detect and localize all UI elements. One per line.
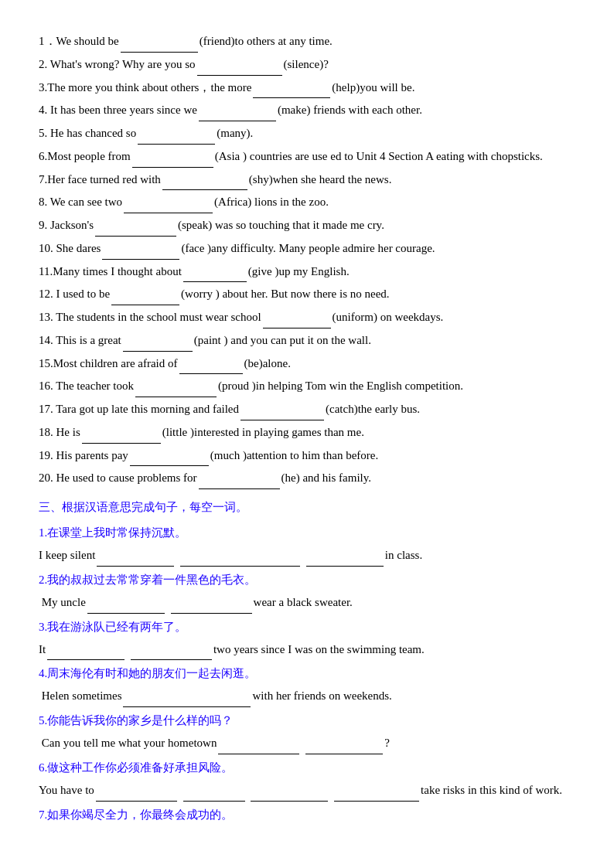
blank-10[interactable]	[102, 259, 179, 260]
num-5: 5. He has chanced so	[39, 127, 136, 139]
text-19: (much )attention to him than before.	[210, 449, 378, 461]
text-8: (Africa) lions in the zoo.	[214, 196, 329, 208]
text-16: (proud )in helping Tom win the English c…	[218, 380, 463, 392]
num-9: 9. Jackson's	[39, 219, 94, 231]
num-14: 14. This is a great	[39, 334, 121, 346]
section-fill-blanks: 1．We should be(friend)to others at any t…	[39, 31, 575, 489]
s3-blank-6d[interactable]	[334, 801, 419, 802]
line-17: 17. Tara got up late this morning and fa…	[39, 399, 575, 420]
text-3: (help)you will be.	[332, 81, 414, 94]
line-8: 8. We can see two(Africa) lions in the z…	[39, 192, 575, 213]
num-12: 12. I used to be	[39, 288, 110, 300]
line-6: 6.Most people from(Asia ) countries are …	[39, 146, 575, 168]
line-14: 14. This is a great(paint ) and you can …	[39, 330, 575, 352]
s3-q1-english: I keep silent in class.	[39, 545, 575, 567]
text-17: (catch)the early bus.	[326, 403, 420, 415]
s3-blank-1b[interactable]	[180, 566, 300, 567]
line-20: 20. He used to cause problems for(he) an…	[39, 468, 575, 489]
s3-blank-6a[interactable]	[96, 801, 177, 802]
num-6: 6.Most people from	[39, 150, 131, 162]
s3-q3-english: It two years since I was on the swimming…	[39, 639, 575, 661]
s3-q6: 6.做这种工作你必须准备好承担风险。 You have to take risk…	[39, 757, 575, 802]
s3-blank-3b[interactable]	[131, 659, 212, 660]
s3-q6-chinese: 6.做这种工作你必须准备好承担风险。	[39, 757, 575, 778]
s3-q5-chinese: 5.你能告诉我你的家乡是什么样的吗？	[39, 710, 575, 731]
blank-4[interactable]	[199, 121, 276, 121]
blank-6[interactable]	[132, 167, 213, 168]
blank-11[interactable]	[183, 281, 247, 282]
line-4: 4. It has been three years since we(make…	[39, 100, 575, 121]
s3-blank-2b[interactable]	[171, 613, 252, 614]
num-2: 2. What's wrong? Why are you so	[39, 58, 196, 70]
s3-q6-english: You have to take risks in this kind of w…	[39, 780, 575, 802]
text-6: (Asia ) countries are use ed to Unit 4 S…	[215, 150, 543, 162]
s3-q2-english: My uncle wear a black sweater.	[39, 592, 575, 614]
blank-12[interactable]	[111, 305, 179, 305]
s3-q1: 1.在课堂上我时常保持沉默。 I keep silent in class.	[39, 523, 575, 567]
num-16: 16. The teacher took	[39, 380, 134, 392]
s3-blank-1a[interactable]	[97, 566, 174, 567]
text-15: (be)alone.	[244, 357, 291, 369]
s3-blank-2a[interactable]	[87, 613, 165, 614]
blank-1[interactable]	[121, 52, 198, 53]
line-18: 18. He is(little )interested in playing …	[39, 422, 575, 444]
blank-5[interactable]	[138, 144, 215, 145]
s3-q2-chinese: 2.我的叔叔过去常常穿着一件黑色的毛衣。	[39, 570, 575, 591]
blank-20[interactable]	[199, 488, 280, 489]
text-11: (give )up my English.	[248, 265, 350, 277]
text-5: (many).	[217, 127, 253, 139]
blank-2[interactable]	[197, 75, 282, 76]
blank-13[interactable]	[263, 328, 331, 328]
blank-16[interactable]	[135, 397, 217, 397]
line-2: 2. What's wrong? Why are you so(silence)…	[39, 54, 575, 76]
line-7: 7.Her face turned red with(shy)when she …	[39, 169, 575, 191]
line-13: 13. The students in the school must wear…	[39, 307, 575, 328]
s3-blank-3a[interactable]	[47, 659, 125, 660]
s3-blank-6c[interactable]	[251, 801, 328, 802]
line-19: 19. His parents pay(much )attention to h…	[39, 445, 575, 467]
line-15: 15.Most children are afraid of(be)alone.	[39, 353, 575, 375]
s3-blank-1c[interactable]	[306, 566, 384, 567]
s3-q3: 3.我在游泳队已经有两年了。 It two years since I was …	[39, 617, 575, 661]
text-1: (friend)to others at any time.	[200, 35, 333, 47]
s3-blank-5b[interactable]	[305, 754, 383, 754]
blank-19[interactable]	[130, 465, 209, 466]
text-12: (worry ) about her. But now there is no …	[181, 288, 390, 300]
num-10: 10. She dares	[39, 242, 101, 254]
num-3: 3.The more you think about others，the mo…	[39, 81, 251, 94]
blank-18[interactable]	[82, 443, 161, 444]
line-3: 3.The more you think about others，the mo…	[39, 77, 575, 99]
blank-14[interactable]	[123, 351, 193, 352]
num-19: 19. His parents pay	[39, 449, 128, 461]
blank-7[interactable]	[162, 189, 247, 190]
s3-q4: 4.周末海伦有时和她的朋友们一起去闲逛。 Helen sometimeswith…	[39, 663, 575, 707]
blank-15[interactable]	[179, 373, 243, 374]
s3-q5: 5.你能告诉我你的家乡是什么样的吗？ Can you tell me what …	[39, 710, 575, 754]
blank-8[interactable]	[124, 213, 213, 213]
s3-q3-chinese: 3.我在游泳队已经有两年了。	[39, 617, 575, 638]
s3-blank-6b[interactable]	[183, 801, 245, 802]
text-18: (little )interested in playing games tha…	[162, 426, 364, 438]
num-13: 13. The students in the school must wear…	[39, 311, 261, 323]
line-9: 9. Jackson's(speak) was so touching that…	[39, 215, 575, 237]
text-10: (face )any difficulty. Many people admir…	[181, 242, 435, 254]
num-11: 11.Many times I thought about	[39, 265, 182, 277]
s3-q4-chinese: 4.周末海伦有时和她的朋友们一起去闲逛。	[39, 663, 575, 684]
text-13: (uniform) on weekdays.	[333, 311, 444, 323]
s3-blank-5a[interactable]	[218, 754, 299, 754]
num-8: 8. We can see two	[39, 196, 122, 208]
text-7: (shy)when she heard the news.	[249, 173, 392, 186]
line-16: 16. The teacher took(proud )in helping T…	[39, 376, 575, 397]
num-18: 18. He is	[39, 426, 80, 438]
s3-q7-chinese: 7.如果你竭尽全力，你最终会成功的。	[39, 805, 575, 825]
blank-17[interactable]	[240, 420, 324, 420]
num-1: 1．We should be	[39, 35, 119, 47]
blank-3[interactable]	[253, 97, 330, 98]
exercise-container: 1．We should be(friend)to others at any t…	[39, 31, 575, 825]
blank-9[interactable]	[95, 236, 176, 237]
num-20: 20. He used to cause problems for	[39, 471, 197, 484]
s3-blank-4a[interactable]	[123, 706, 251, 707]
s3-q7: 7.如果你竭尽全力，你最终会成功的。	[39, 805, 575, 825]
num-7: 7.Her face turned red with	[39, 173, 161, 186]
s3-q5-english: Can you tell me what your hometown ?	[39, 733, 575, 754]
